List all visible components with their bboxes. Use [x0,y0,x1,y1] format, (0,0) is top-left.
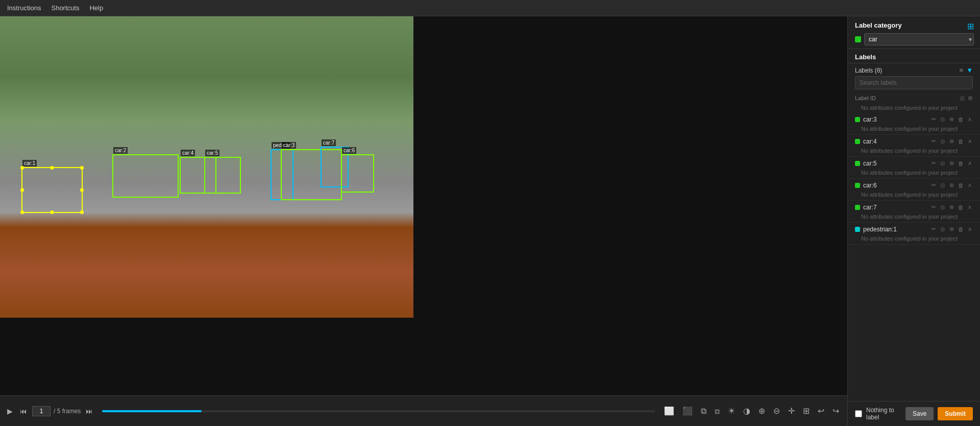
copy-tool-button[interactable]: ⧉ [698,404,709,418]
hide1-car3[interactable]: ◎ [939,115,946,123]
labels-count: Labels (8) [855,67,882,74]
label-row-pedestrian1[interactable]: pedestrian:1 ✏ ◎ ⊗ 🗑 ∧ [848,223,980,234]
label-row-car5[interactable]: car:5 ✏ ◎ ⊗ 🗑 ∧ [848,157,980,169]
label-name-car6: car:6 [863,182,927,189]
delete-car5[interactable]: 🗑 [957,160,965,167]
hide1-car6[interactable]: ◎ [939,181,946,189]
save-button[interactable]: Save [905,407,934,420]
bbox-label-car5: car:5 [205,150,219,156]
play-button[interactable]: ▶ [5,406,15,416]
search-labels-input[interactable] [855,76,973,89]
bbox-car6[interactable]: car:6 [341,154,374,193]
bbox-car2[interactable]: car:2 [112,154,179,198]
edit-car4[interactable]: ✏ [930,137,937,145]
contrast-button[interactable]: ◑ [740,404,753,418]
label-dot-car3 [855,117,860,122]
expand-car5[interactable]: ∧ [967,159,973,167]
canvas-viewport[interactable]: car:1 car:2 car:4 [0,16,847,395]
filter-icon[interactable]: ▼ [966,66,973,74]
label-row-car3[interactable]: car:3 ✏ ◎ ⊗ 🗑 ∧ [848,113,980,125]
edit-pedestrian1[interactable]: ✏ [930,225,937,233]
polygon-tool-button[interactable]: ⬛ [679,404,696,418]
label-item-car3: car:3 ✏ ◎ ⊗ 🗑 ∧ No attributes configured… [848,113,980,135]
labels-scroll[interactable]: No attributes configured in your project… [848,104,980,401]
labels-list-header: Labels (8) ≡ ▼ [848,63,980,76]
delete-car4[interactable]: 🗑 [957,138,965,145]
menu-help[interactable]: Help [89,4,103,12]
frame-input[interactable] [32,406,51,416]
label-item-car4: car:4 ✏ ◎ ⊗ 🗑 ∧ No attributes configured… [848,135,980,157]
bbox-label-car6: car:6 [342,147,356,154]
label-id-col-label: Label ID [855,95,876,101]
no-attrs-car7: No attributes configured in your project [848,212,980,222]
zoom-out-button[interactable]: ⊖ [770,404,783,418]
handle-tr[interactable] [80,166,84,170]
edit-car3[interactable]: ✏ [930,115,937,123]
edit-car7[interactable]: ✏ [930,203,937,211]
hide2-pedestrian1[interactable]: ⊗ [948,225,955,233]
label-name-car4: car:4 [863,138,927,145]
hide-all-icon[interactable]: ◎ [960,94,965,102]
paste-tool-button[interactable]: ⧈ [712,404,723,418]
menu-shortcuts[interactable]: Shortcuts [51,4,79,12]
hide1-car5[interactable]: ◎ [939,159,946,167]
bbox-label-car4: car:4 [181,150,195,156]
bbox-car5[interactable]: car:5 [204,157,241,194]
brightness-button[interactable]: ☀ [725,404,738,418]
label-name-car7: car:7 [863,204,927,211]
edit-car5[interactable]: ✏ [930,159,937,167]
expand-car6[interactable]: ∧ [967,181,973,189]
handle-lm[interactable] [20,188,24,192]
handle-br[interactable] [80,210,84,214]
hide1-car7[interactable]: ◎ [939,203,946,211]
labels-heading: Labels [855,53,876,61]
handle-rm[interactable] [80,188,84,192]
label-row-car4[interactable]: car:4 ✏ ◎ ⊗ 🗑 ∧ [848,135,980,147]
sort-icon[interactable]: ≡ [960,66,964,74]
redo-button[interactable]: ↪ [829,404,842,418]
label-row-car7[interactable]: car:7 ✏ ◎ ⊗ 🗑 ∧ [848,201,980,212]
delete-car6[interactable]: 🗑 [957,182,965,189]
bbox-car1[interactable]: car:1 [21,167,83,213]
menu-instructions[interactable]: Instructions [7,4,41,12]
submit-button[interactable]: Submit [938,407,973,420]
label-actions-car7: ✏ ◎ ⊗ 🗑 ∧ [930,203,973,211]
hide2-car6[interactable]: ⊗ [948,181,955,189]
hide2-car4[interactable]: ⊗ [948,137,955,145]
expand-car4[interactable]: ∧ [967,137,973,145]
expand-car3[interactable]: ∧ [967,115,973,123]
label-actions-car5: ✏ ◎ ⊗ 🗑 ∧ [930,159,973,167]
category-select[interactable]: car pedestrian [864,33,974,45]
expand-pedestrian1[interactable]: ∧ [967,225,973,233]
delete-car3[interactable]: 🗑 [957,116,965,123]
hide1-pedestrian1[interactable]: ◎ [939,225,946,233]
header-icons: ≡ ▼ [960,66,973,74]
hide2-car7[interactable]: ⊗ [948,203,955,211]
menu-bar: Instructions Shortcuts Help [0,0,980,16]
skip-back-button[interactable]: ⏮ [18,406,29,416]
hide2-car3[interactable]: ⊗ [948,115,955,123]
handle-tm[interactable] [51,166,54,170]
edit-car6[interactable]: ✏ [930,181,937,189]
handle-tl[interactable] [20,166,24,170]
hide-all-icon2[interactable]: ⊗ [968,94,973,102]
delete-pedestrian1[interactable]: 🗑 [957,226,965,233]
delete-car7[interactable]: 🗑 [957,204,965,211]
handle-bm[interactable] [51,210,54,214]
move-button[interactable]: ✛ [785,404,798,418]
bbox-tool-button[interactable]: ⬜ [661,404,677,418]
panel-grid-icon[interactable]: ⊞ [967,21,974,31]
hide2-car5[interactable]: ⊗ [948,159,955,167]
label-id-header-icons: ◎ ⊗ [960,94,973,102]
expand-car7[interactable]: ∧ [967,203,973,211]
zoom-in-button[interactable]: ⊕ [755,404,768,418]
label-row-car6[interactable]: car:6 ✏ ◎ ⊗ 🗑 ∧ [848,179,980,191]
skip-forward-button[interactable]: ⏭ [84,406,95,416]
handle-bl[interactable] [20,210,24,214]
hide1-car4[interactable]: ◎ [939,137,946,145]
undo-button[interactable]: ↩ [815,404,827,418]
fit-button[interactable]: ⊞ [800,404,813,418]
nothing-to-label-checkbox[interactable] [855,410,862,417]
timeline-bar[interactable] [102,410,655,412]
nothing-to-label-text: Nothing to label [866,407,901,421]
